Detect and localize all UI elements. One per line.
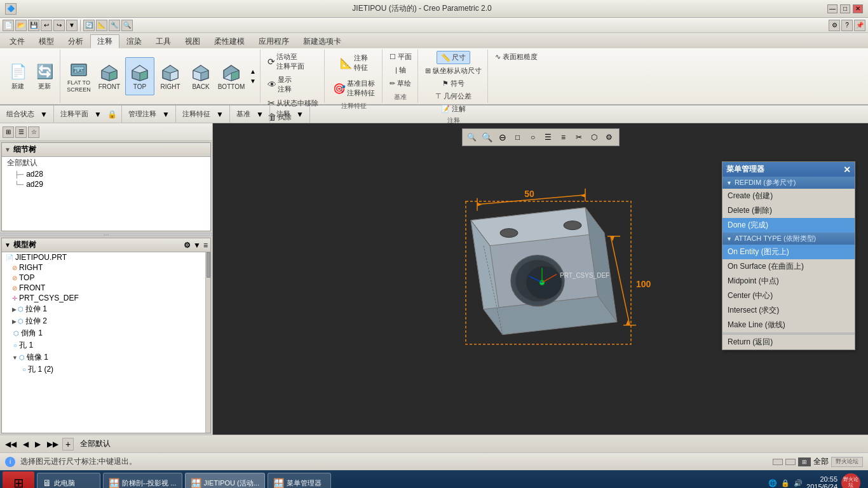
nav-add[interactable]: + [62,438,74,451]
sketch-btn[interactable]: ✏ 草绘 [386,78,414,90]
menu-manager-close[interactable]: ✕ [843,165,851,175]
mm-on-entity[interactable]: On Entity (图元上) [722,245,855,259]
tab-analysis[interactable]: 分析 [61,34,90,48]
tab-view[interactable]: 视图 [178,34,207,48]
orient-right-btn[interactable]: RIGHT [156,57,185,95]
mm-midpoint[interactable]: Midpoint (中点) [722,274,855,288]
vp-perspective[interactable]: ⬡ [587,130,601,144]
mt-extrude1-expand[interactable]: ▶ [12,306,17,313]
tb-desktop[interactable]: 🖥 此电脑 [37,473,100,488]
mt-extrude2[interactable]: ▶ ⬡ 拉伸 2 [2,315,205,327]
orient-back-btn[interactable]: BACK [186,57,215,95]
orient-dropdown[interactable]: ▲ ▼ [247,67,257,86]
mm-intersect[interactable]: Intersect (求交) [722,303,855,318]
tab-model[interactable]: 模型 [32,34,61,48]
minimize-button[interactable]: — [827,4,837,13]
datum-dropdown[interactable]: ▼ [253,107,267,121]
panel-divider[interactable]: ··· [0,233,212,236]
annotation-plane-toggle[interactable]: 🔒 [105,107,119,121]
size-btn[interactable]: 📏 尺寸 [437,51,470,64]
annotation-feature-dropdown[interactable]: ▼ [213,107,227,121]
nav-last[interactable]: ▶▶ [44,438,61,450]
mm-delete[interactable]: Delete (删除) [722,203,855,218]
nav-prev[interactable]: ◀ [20,438,31,450]
mm-make-line[interactable]: Make Line (做线) [722,318,855,332]
tb-drawing[interactable]: 🪟 阶梯剖--投影视 ... [103,473,182,488]
annotation-plane-dropdown[interactable]: ▼ [91,107,105,121]
mt-extrude2-expand[interactable]: ▶ [12,318,17,325]
tab-flexible[interactable]: 柔性建模 [207,34,252,48]
qa-btn1[interactable]: 🔄 [83,20,95,31]
mt-filter-btn[interactable]: ▼ [193,241,201,250]
qa-btn3[interactable]: 🔧 [109,20,120,31]
viewport[interactable]: 🔍 🔍 ⊖ □ ○ ☰ ≡ ✂ ⬡ ⚙ [213,123,868,435]
ordinate-btn[interactable]: ⊞ 纵坐标从动尺寸 [422,65,485,77]
vp-settings[interactable]: ⚙ [602,130,616,144]
detail-tree-item-ad28[interactable]: ├─ ad28 [2,169,210,179]
qa-open[interactable]: 📂 [15,20,27,31]
axis-btn[interactable]: | 轴 [392,64,409,76]
window-controls[interactable]: — □ ✕ [827,4,863,13]
tab-file[interactable]: 文件 [3,34,32,48]
tab-apps[interactable]: 应用程序 [252,34,296,48]
lt-star-btn[interactable]: ☆ [28,126,39,138]
qa-help[interactable]: ? [841,20,853,31]
close-button[interactable]: ✕ [853,4,863,13]
view-new-btn[interactable]: 📄 新建 [5,58,31,95]
base-target-btn[interactable]: 🎯 基准目标注释特征 [329,76,379,100]
qa-redo[interactable]: ↪ [53,20,65,31]
lt-list-btn[interactable]: ☰ [15,126,27,138]
mm-create[interactable]: Create (创建) [722,189,855,203]
orient-top-btn[interactable]: TOP [125,57,154,95]
view-update-btn[interactable]: 🔄 更新 [32,58,57,95]
symbol-btn[interactable]: ⚑ 符号 [439,78,468,90]
qa-save[interactable]: 💾 [28,20,39,31]
nav-next[interactable]: ▶ [32,438,43,450]
qa-new[interactable]: 📄 [3,20,14,31]
surface-roughness-btn[interactable]: ∿ 表面粗糙度 [492,51,541,63]
qa-undo[interactable]: ↩ [41,20,52,31]
tb-creo[interactable]: 🪟 JIETIPOU (活动... [185,473,265,488]
mt-right[interactable]: ⊘ RIGHT [2,262,205,273]
vp-zoom-out[interactable]: ⊖ [496,130,510,144]
mt-hole1[interactable]: ○ 孔 1 [2,339,205,351]
tolerance-btn[interactable]: ⊤ 几何公差 [432,90,475,102]
detail-tree-item-ad29[interactable]: └─ ad29 [2,179,210,189]
plane-btn[interactable]: ☐ 平面 [386,51,415,63]
qa-settings[interactable]: ⚙ [829,20,840,31]
vp-hidden[interactable]: ✂ [572,130,586,144]
mt-mirror1[interactable]: ▼ ⬡ 镜像 1 [2,351,205,363]
nav-first[interactable]: ◀◀ [3,438,19,450]
mt-settings-btn[interactable]: ⚙ [184,241,191,250]
orient-flat-btn[interactable]: FLAT FLAT TOSCREEN [64,57,93,95]
qa-pin[interactable]: 📌 [854,20,865,31]
mm-done[interactable]: Done (完成) [722,218,855,233]
start-button[interactable]: ⊞ [3,471,34,488]
tab-tools[interactable]: 工具 [149,34,178,48]
vp-zoom-fit[interactable]: 🔍 [465,130,479,144]
mt-chamfer[interactable]: ⬡ 倒角 1 [2,327,205,339]
orient-bottom-btn[interactable]: BOTTOM [217,57,246,95]
vp-wireframe[interactable]: ≡ [557,130,571,144]
mt-hole2[interactable]: ○ 孔 1 (2) [2,363,205,376]
combo-state-dropdown[interactable]: ▼ [37,107,51,121]
mt-mirror1-expand[interactable]: ▼ [12,355,18,361]
tab-annotation[interactable]: 注释 [90,34,119,48]
mt-csys[interactable]: ✛ PRT_CSYS_DEF [2,293,205,303]
tab-newtab[interactable]: 新建选项卡 [296,34,348,48]
lt-grid-btn[interactable]: ⊞ [3,126,14,138]
model-tree-scrollbar[interactable] [205,252,210,433]
qa-search[interactable]: 🔍 [121,20,133,31]
vp-shaded[interactable]: ☰ [541,130,555,144]
mt-columns-btn[interactable]: ≡ [203,241,208,250]
mm-on-surface[interactable]: On Surface (在曲面上) [722,259,855,274]
maximize-button[interactable]: □ [840,4,850,13]
note-btn[interactable]: 📝 注解 [438,103,469,115]
mt-jietipou[interactable]: 📄 JIETIPOU.PRT [2,252,205,262]
mm-center[interactable]: Center (中心) [722,288,855,303]
mt-front[interactable]: ⊘ FRONT [2,283,205,293]
qa-dropdown[interactable]: ▼ [66,20,78,31]
annotation-feature-btn[interactable]: 📐 注释特征 [336,51,372,75]
vp-repaint[interactable]: ○ [526,130,540,144]
vp-box-zoom[interactable]: □ [511,130,525,144]
